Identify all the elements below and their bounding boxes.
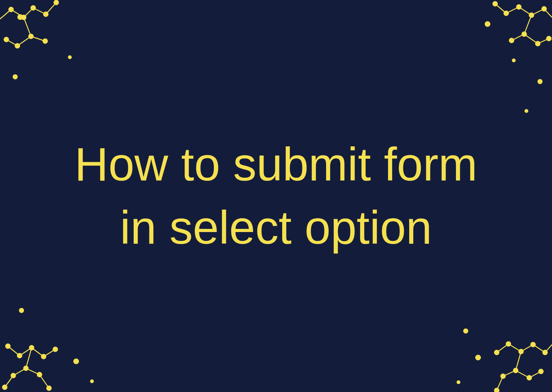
svg-point-47 (29, 346, 34, 350)
dot-decoration (537, 79, 543, 84)
svg-line-36 (8, 346, 20, 356)
svg-point-74 (494, 388, 499, 392)
svg-line-21 (531, 9, 544, 15)
svg-line-8 (31, 36, 45, 41)
svg-line-5 (24, 17, 31, 36)
svg-line-4 (46, 3, 56, 14)
svg-point-33 (536, 41, 540, 46)
svg-point-49 (53, 347, 58, 352)
svg-line-43 (5, 376, 13, 387)
svg-point-70 (513, 368, 518, 373)
svg-point-45 (6, 344, 10, 348)
dot-decoration (525, 109, 528, 113)
svg-point-27 (493, 2, 497, 6)
svg-point-15 (15, 44, 20, 48)
svg-line-44 (39, 375, 49, 388)
svg-point-13 (54, 0, 58, 5)
svg-point-16 (4, 37, 9, 42)
svg-line-7 (6, 40, 17, 46)
svg-line-63 (503, 371, 516, 376)
dot-decoration (73, 358, 79, 364)
svg-line-57 (521, 345, 533, 352)
svg-line-19 (506, 7, 519, 13)
svg-line-20 (519, 7, 531, 15)
svg-point-31 (542, 7, 546, 11)
svg-point-52 (37, 372, 42, 377)
svg-line-64 (497, 376, 503, 390)
dot-decoration (68, 55, 72, 59)
dot-decoration (90, 379, 94, 383)
svg-line-41 (13, 368, 26, 376)
svg-point-12 (44, 12, 48, 16)
svg-point-69 (543, 350, 547, 355)
svg-point-35 (509, 38, 514, 43)
svg-line-24 (524, 34, 538, 44)
svg-point-9 (9, 7, 13, 12)
svg-point-17 (43, 39, 47, 43)
svg-point-67 (519, 349, 523, 354)
svg-line-26 (512, 34, 524, 40)
dot-decoration (17, 14, 23, 20)
constellation-top-left (0, 0, 95, 82)
svg-point-32 (522, 32, 526, 36)
svg-line-56 (508, 344, 521, 352)
svg-point-54 (47, 386, 51, 390)
title-text: How to submit form in select option (55, 133, 497, 259)
svg-line-40 (26, 348, 32, 368)
svg-line-22 (544, 9, 552, 17)
constellation-top-right (457, 0, 552, 120)
dot-decoration (475, 355, 481, 360)
svg-line-2 (24, 8, 33, 17)
svg-line-60 (516, 352, 521, 371)
svg-line-42 (26, 368, 39, 375)
svg-line-6 (17, 36, 31, 46)
svg-point-48 (41, 354, 46, 359)
svg-point-66 (506, 342, 511, 346)
svg-point-50 (24, 366, 28, 371)
dot-decoration (512, 58, 516, 62)
constellation-bottom-right (451, 303, 552, 392)
svg-point-11 (31, 6, 35, 10)
dot-decoration (463, 328, 468, 334)
svg-line-59 (545, 345, 552, 352)
svg-line-23 (524, 15, 531, 34)
svg-point-51 (11, 373, 15, 378)
svg-point-14 (29, 34, 33, 39)
svg-line-61 (516, 371, 529, 378)
svg-point-72 (539, 369, 543, 374)
svg-point-65 (494, 350, 499, 355)
dot-decoration (457, 380, 460, 384)
svg-point-34 (547, 36, 551, 41)
svg-line-58 (533, 345, 545, 352)
svg-line-3 (33, 8, 46, 14)
dot-decoration (485, 21, 490, 27)
svg-line-55 (497, 344, 508, 352)
dot-decoration (13, 74, 18, 79)
svg-point-68 (531, 342, 535, 347)
dot-decoration (19, 308, 24, 313)
svg-point-28 (504, 11, 508, 15)
svg-point-30 (529, 13, 534, 17)
svg-line-38 (32, 348, 44, 357)
svg-line-25 (538, 39, 549, 44)
svg-point-73 (501, 374, 505, 378)
svg-line-62 (529, 371, 541, 378)
svg-line-39 (44, 349, 55, 357)
svg-line-37 (20, 348, 32, 356)
svg-line-0 (0, 9, 11, 19)
svg-point-29 (517, 5, 521, 9)
constellation-bottom-left (0, 303, 101, 392)
svg-point-71 (527, 376, 531, 380)
svg-point-46 (17, 353, 22, 358)
svg-point-53 (3, 385, 7, 389)
svg-line-18 (495, 4, 506, 13)
